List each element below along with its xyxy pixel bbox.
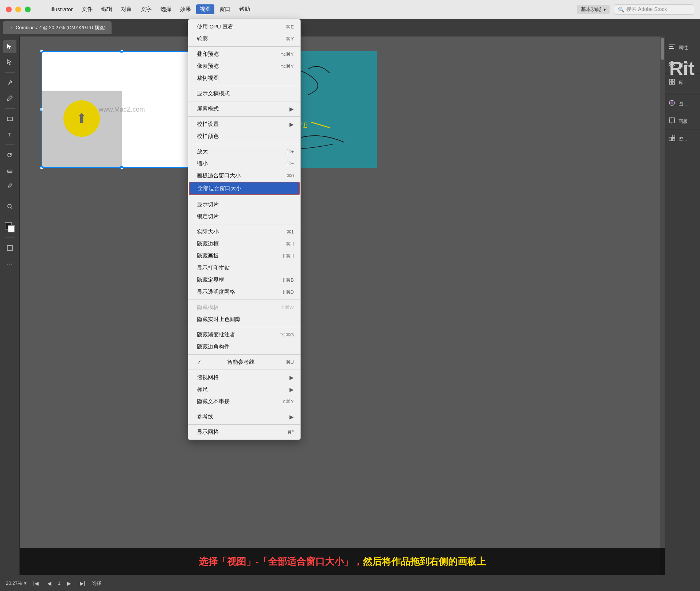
eraser-tool[interactable] — [3, 164, 16, 177]
panel-assets[interactable]: 资... — [665, 131, 700, 147]
panel-divider — [665, 92, 700, 95]
menu-perspective-grid[interactable]: 透视网格 ▶ — [188, 371, 300, 383]
view-dropdown-menu[interactable]: 使用 CPU 查看 ⌘E 轮廓 ⌘Y 叠印预览 ⌥⌘Y 像素预览 ⌥⌘Y 裁切视… — [188, 19, 301, 440]
menu-hide-artboards-label: 隐藏画板 — [197, 252, 219, 259]
menu-use-cpu-shortcut: ⌘E — [286, 24, 294, 30]
menu-hide-artboards[interactable]: 隐藏画板 ⇧⌘H — [188, 250, 300, 262]
artboard-1: ⬆ www.MacZ.com — [42, 51, 202, 168]
handle-bl[interactable] — [40, 166, 43, 169]
separator-8 — [188, 300, 300, 300]
selection-tool[interactable] — [3, 40, 16, 53]
menu-smart-guides-shortcut: ⌘U — [286, 359, 294, 365]
menu-zoom-out-shortcut: ⌘− — [286, 161, 294, 166]
menu-window[interactable]: 窗口 — [216, 4, 234, 14]
properties-icon — [668, 43, 676, 52]
panel-artboard[interactable]: 画板 — [665, 113, 700, 130]
menu-view[interactable]: 视图 — [196, 4, 214, 14]
scrollbar-thumb[interactable] — [661, 38, 664, 60]
menu-edit[interactable]: 编辑 — [98, 4, 116, 14]
menu-guides[interactable]: 参考线 ▶ — [188, 411, 300, 423]
menu-zoom-in[interactable]: 放大 ⌘+ — [188, 146, 300, 158]
type-tool[interactable]: T — [3, 128, 16, 141]
menu-screen-mode[interactable]: 屏幕模式 ▶ — [188, 103, 300, 115]
minimize-button[interactable] — [15, 7, 21, 12]
menu-zoom-in-label: 放大 — [197, 148, 208, 155]
library-icon — [668, 78, 676, 87]
menu-show-print-tiling[interactable]: 显示打印拼贴 — [188, 262, 300, 274]
menu-outline[interactable]: 轮廓 ⌘Y — [188, 33, 300, 45]
menu-object[interactable]: 对象 — [117, 4, 136, 14]
direct-selection-tool[interactable] — [3, 55, 16, 69]
menu-presentation-mode[interactable]: 显示文稿模式 — [188, 88, 300, 100]
zoom-dropdown-icon[interactable]: ▾ — [24, 580, 27, 586]
menu-actual-size[interactable]: 实际大小 ⌘1 — [188, 226, 300, 238]
zoom-tool[interactable] — [3, 200, 16, 213]
handle-bm[interactable] — [120, 166, 123, 169]
document-tab[interactable]: × Combine.ai* @ 20.27% (CMYK/GPU 预览) — [3, 21, 112, 34]
search-placeholder: 搜索 Adobe Stock — [626, 6, 667, 13]
menu-hide-corner-widget[interactable]: 隐藏边角构件 — [188, 341, 300, 353]
menu-show-transparency[interactable]: 显示透明度网格 ⇧⌘D — [188, 286, 300, 298]
menu-hide-text-threads[interactable]: 隐藏文本串接 ⇧⌘Y — [188, 395, 300, 407]
menu-select[interactable]: 选择 — [157, 4, 175, 14]
workspace-button[interactable]: 基本功能 ▾ — [577, 5, 610, 14]
panel-image[interactable]: 图... — [665, 96, 700, 112]
handle-tm[interactable] — [120, 50, 123, 53]
menu-fit-all-label: 全部适合窗口大小 — [198, 185, 241, 192]
traffic-lights — [6, 7, 31, 12]
menu-use-cpu[interactable]: 使用 CPU 查看 ⌘E — [188, 21, 300, 33]
menu-fit-all[interactable]: 全部适合窗口大小 — [189, 182, 300, 195]
menu-help[interactable]: 帮助 — [236, 4, 254, 14]
handle-tl[interactable] — [40, 50, 43, 53]
menu-pixel-shortcut: ⌥⌘Y — [280, 63, 294, 69]
menu-show-slices[interactable]: 显示切片 — [188, 198, 300, 210]
rectangle-tool[interactable] — [3, 112, 16, 125]
nav-last-button[interactable]: ▶| — [78, 580, 88, 587]
canvas-area[interactable]: ⬆ www.MacZ.com — [20, 36, 665, 575]
menu-show-grid[interactable]: 显示网格 ⌘" — [188, 426, 300, 438]
search-box[interactable]: 🔍 搜索 Adobe Stock — [614, 4, 694, 15]
menu-effect[interactable]: 效果 — [176, 4, 195, 14]
menu-proof-color[interactable]: 校样颜色 — [188, 130, 300, 142]
vertical-scrollbar[interactable] — [660, 36, 665, 575]
panel-properties[interactable]: 属性 — [665, 39, 700, 56]
nav-prev-button[interactable]: ◀ — [45, 580, 54, 587]
menu-overprint[interactable]: 叠印预览 ⌥⌘Y — [188, 48, 300, 60]
menu-text[interactable]: 文字 — [137, 4, 155, 14]
menu-proof-setup[interactable]: 校样设置 ▶ — [188, 118, 300, 130]
tab-close-icon[interactable]: × — [10, 25, 13, 30]
menu-file[interactable]: 文件 — [78, 4, 96, 14]
menu-app-name[interactable]: Illustrator — [47, 5, 77, 14]
menu-crop-view[interactable]: 裁切视图 — [188, 72, 300, 84]
svg-rect-28 — [672, 135, 675, 138]
eyedropper-tool[interactable] — [3, 179, 16, 192]
menu-rulers[interactable]: 标尺 ▶ — [188, 383, 300, 395]
handle-ml[interactable] — [40, 108, 43, 111]
menu-hide-live-paint[interactable]: 隐藏实时上色间隙 — [188, 313, 300, 325]
nav-first-button[interactable]: |◀ — [31, 580, 41, 587]
menu-lock-slices[interactable]: 锁定切片 — [188, 210, 300, 223]
more-tools[interactable]: ··· — [3, 257, 16, 270]
menu-right: 基本功能 ▾ 🔍 搜索 Adobe Stock — [577, 4, 694, 15]
menu-outline-label: 轮廓 — [197, 35, 208, 42]
menu-fit-artboard[interactable]: 画板适合窗口大小 ⌘0 — [188, 170, 300, 182]
submenu-arrow-icon: ▶ — [289, 106, 294, 112]
pencil-tool[interactable] — [3, 92, 16, 105]
menu-hide-gradient[interactable]: 隐藏渐变批注者 ⌥⌘G — [188, 329, 300, 341]
maximize-button[interactable] — [25, 7, 31, 12]
close-button[interactable] — [6, 7, 12, 12]
menu-smart-guides[interactable]: ✓ 智能参考线 ⌘U — [188, 356, 300, 368]
menu-pixel-preview[interactable]: 像素预览 ⌥⌘Y — [188, 60, 300, 72]
pen-tool[interactable] — [3, 76, 16, 89]
menu-hide-edges[interactable]: 隐藏边框 ⌘H — [188, 238, 300, 250]
menu-zoom-out[interactable]: 缩小 ⌘− — [188, 158, 300, 170]
menu-guides-label: 参考线 — [197, 413, 213, 420]
menu-hide-bounding[interactable]: 隐藏定界框 ⇧⌘B — [188, 274, 300, 286]
artboard-tool[interactable] — [3, 242, 16, 255]
color-swatch[interactable] — [5, 222, 15, 232]
menu-hide-template[interactable]: 隐藏模板 ⇧⌘W — [188, 301, 300, 313]
menu-actual-size-shortcut: ⌘1 — [287, 229, 294, 235]
spiral-tool[interactable] — [3, 148, 16, 162]
background-color[interactable] — [8, 225, 15, 232]
nav-next-button[interactable]: ▶ — [65, 580, 73, 587]
